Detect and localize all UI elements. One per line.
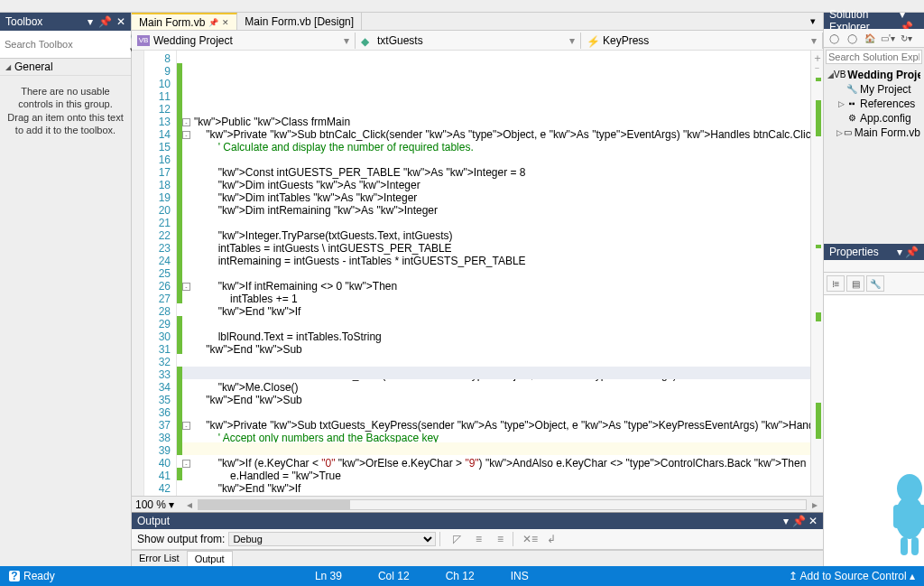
outline-toggle-icon[interactable]: - — [182, 422, 190, 430]
clear-all-icon[interactable]: ✕≡ — [521, 531, 539, 547]
tree-item-label: References — [860, 97, 915, 111]
scope-event-dropdown[interactable]: ⚡ KeyPress ▾ — [581, 33, 823, 49]
vb-project-icon: VB — [137, 35, 150, 46]
pin-icon[interactable]: 📌 — [792, 515, 806, 527]
tab-main-form-vb[interactable]: Main Form.vb 📌 ✕ — [132, 13, 237, 30]
tree-item-label: My Project — [860, 82, 911, 97]
categorized-icon[interactable]: ⁞≡ — [827, 275, 845, 292]
toolbox-title: Toolbox — [5, 15, 42, 28]
toolbox-search[interactable]: 🔍▾ — [0, 31, 131, 59]
status-ready: Ready — [23, 570, 55, 582]
outline-toggle-icon[interactable]: - — [182, 460, 190, 468]
code-navigation-bar: VB Wedding Project ▾ ◆ txtGuests ▾ ⚡ Key… — [132, 31, 823, 51]
tree-item[interactable]: ▷▪▪References — [827, 97, 920, 111]
solution-search-input[interactable] — [826, 50, 922, 64]
outline-toggle-icon[interactable]: - — [182, 131, 190, 139]
document-tabs: Main Form.vb 📌 ✕ Main Form.vb [Design] ▾ — [132, 13, 823, 31]
toolbox-header[interactable]: Toolbox ▾ 📌 ✕ — [0, 13, 131, 31]
expand-icon[interactable]: ▷ — [836, 97, 845, 111]
toolbox-group-general[interactable]: General — [0, 59, 131, 76]
output-source-label: Show output from: — [137, 533, 225, 545]
back-icon[interactable]: ◯ — [826, 31, 842, 45]
tree-item[interactable]: ⚙App.config — [827, 111, 920, 126]
scroll-right-icon[interactable]: ▸ — [812, 498, 818, 511]
properties-header[interactable]: Properties ▾ 📌 — [824, 244, 924, 260]
toolbox-panel: Toolbox ▾ 📌 ✕ 🔍▾ General There are no us… — [0, 13, 132, 566]
file-icon: ⚙ — [845, 111, 858, 126]
home-icon[interactable]: 🏠 — [862, 31, 878, 45]
expand-icon[interactable]: ▷ — [836, 126, 843, 140]
status-ins: INS — [511, 570, 529, 582]
refresh-icon[interactable]: ↻▾ — [898, 31, 914, 45]
indent-less-icon[interactable]: ≡ — [469, 531, 487, 547]
zoom-level[interactable]: 100 % ▾ — [135, 498, 185, 511]
close-icon[interactable]: ✕ — [116, 15, 125, 28]
dropdown-icon[interactable]: ▾ — [783, 515, 789, 527]
file-icon: VB — [834, 68, 845, 82]
close-tab-icon[interactable]: ✕ — [222, 18, 229, 27]
file-icon: ▪▪ — [845, 97, 858, 111]
chevron-up-icon[interactable]: ▴ — [910, 570, 915, 582]
outline-toggle-icon[interactable]: - — [182, 118, 190, 126]
field-icon: ◆ — [361, 35, 374, 46]
editor-footer: 100 % ▾ ◂ ▸ — [132, 496, 823, 512]
pin-icon[interactable]: 📌 — [98, 15, 112, 28]
status-line: Ln 39 — [315, 570, 342, 582]
goto-prev-icon[interactable]: ◸ — [448, 531, 466, 547]
toolbox-empty-message: There are no usable controls in this gro… — [0, 76, 131, 145]
forward-icon[interactable]: ◯ — [844, 31, 860, 45]
tree-item-label: Wedding Project — [847, 68, 920, 82]
scope-member-dropdown[interactable]: ◆ txtGuests ▾ — [356, 33, 581, 49]
output-header[interactable]: Output ▾ 📌 ✕ — [132, 513, 823, 529]
file-icon: ▭ — [843, 126, 852, 140]
breakpoint-margin[interactable] — [132, 51, 144, 496]
solution-explorer-toolbar: ◯ ◯ 🏠 ▭'▾ ↻▾ — [824, 29, 924, 48]
properties-toolbar: ⁞≡ ▤ 🔧 — [824, 273, 924, 295]
outline-toggle-icon[interactable]: - — [182, 283, 190, 291]
tree-item[interactable]: 🔧My Project — [827, 82, 920, 97]
tree-item[interactable]: ◢VBWedding Project — [827, 68, 920, 82]
tab-main-form-design[interactable]: Main Form.vb [Design] — [237, 13, 362, 30]
tree-item-label: Main Form.vb — [855, 126, 920, 140]
close-icon[interactable]: ✕ — [808, 515, 818, 527]
bottom-tab-strip: Error List Output — [132, 550, 823, 566]
tab-overflow[interactable]: ▾ — [803, 13, 823, 30]
status-char: Ch 12 — [446, 570, 475, 582]
property-pages-icon[interactable]: 🔧 — [866, 275, 884, 292]
dropdown-icon[interactable]: ▾ — [88, 15, 93, 28]
tree-item-label: App.config — [860, 111, 911, 126]
file-icon: 🔧 — [845, 82, 858, 97]
code-editor[interactable]: 8910111213141516171819202122232425262728… — [132, 51, 823, 496]
output-panel: Output ▾ 📌 ✕ Show output from: Debug ◸ ≡… — [132, 512, 823, 566]
alphabetical-icon[interactable]: ▤ — [846, 275, 864, 292]
line-number-gutter: 8910111213141516171819202122232425262728… — [144, 51, 177, 496]
solution-tree[interactable]: ◢VBWedding Project🔧My Project▷▪▪Referenc… — [824, 66, 924, 142]
event-icon: ⚡ — [587, 35, 599, 46]
publish-icon[interactable]: ↥ — [789, 570, 798, 582]
output-toolbar: Show output from: Debug ◸ ≡ ≡ ✕≡ ↲ — [132, 529, 823, 550]
search-input[interactable] — [4, 38, 130, 51]
status-source-control[interactable]: Add to Source Control — [800, 570, 907, 582]
unpin-icon[interactable]: 📌 — [208, 18, 218, 27]
tab-error-list[interactable]: Error List — [132, 551, 187, 566]
tab-output[interactable]: Output — [187, 551, 233, 566]
solution-explorer-header[interactable]: Solution Explorer ▾ 📌 — [824, 13, 924, 29]
top-toolbar — [0, 0, 924, 13]
status-col: Col 12 — [378, 570, 410, 582]
scroll-left-icon[interactable]: ◂ — [187, 498, 192, 511]
tree-item[interactable]: ▷▭Main Form.vb — [827, 126, 920, 140]
sync-icon[interactable]: ▭'▾ — [880, 31, 896, 45]
scope-project-dropdown[interactable]: VB Wedding Project ▾ — [132, 33, 356, 49]
horizontal-scrollbar[interactable] — [198, 499, 807, 510]
vertical-scrollbar[interactable]: ＋ – — [810, 51, 823, 496]
word-wrap-icon[interactable]: ↲ — [542, 531, 560, 547]
output-source-dropdown[interactable]: Debug — [228, 532, 436, 546]
code-area[interactable]: -"kw">Public "kw">Class frmMain- "kw">Pr… — [182, 51, 823, 496]
status-icon: ? — [9, 571, 20, 581]
indent-more-icon[interactable]: ≡ — [491, 531, 509, 547]
status-bar: ? Ready Ln 39 Col 12 Ch 12 INS ↥ Add to … — [0, 566, 924, 586]
expand-icon[interactable]: ◢ — [827, 68, 834, 82]
